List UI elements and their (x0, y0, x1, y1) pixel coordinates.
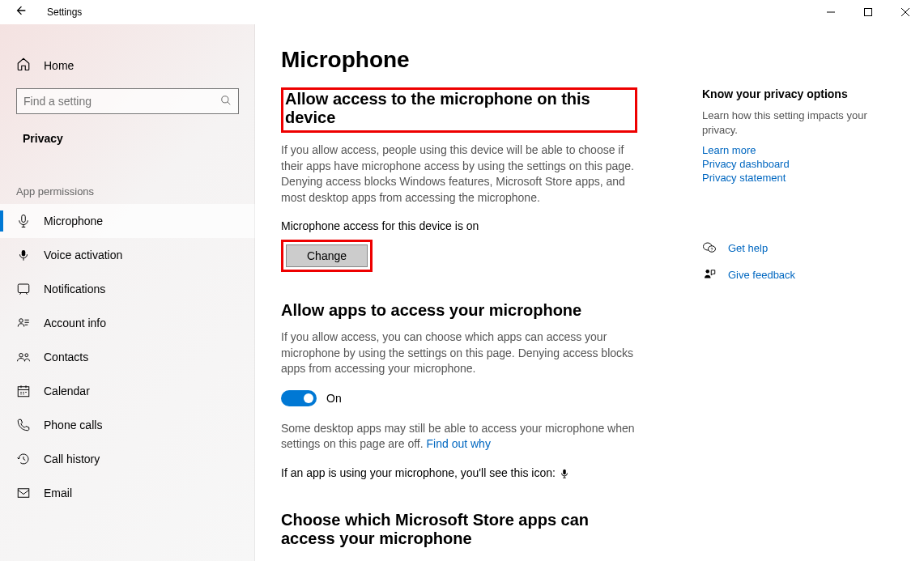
svg-text:?: ? (711, 247, 713, 252)
home-icon (16, 57, 31, 74)
svg-rect-14 (563, 470, 566, 474)
search-icon (220, 95, 232, 108)
voice-icon (16, 248, 31, 262)
svg-rect-12 (18, 387, 29, 397)
svg-rect-13 (18, 489, 29, 498)
svg-point-9 (19, 319, 23, 323)
notifications-icon (16, 282, 31, 296)
account-icon (16, 316, 31, 330)
phone-icon (16, 418, 31, 432)
search-input[interactable] (23, 95, 220, 108)
change-button[interactable]: Change (286, 244, 368, 267)
sidebar-home[interactable]: Home (0, 52, 255, 79)
sidebar-item-label: Voice activation (44, 249, 122, 261)
section-description: If you allow access, people using this d… (281, 142, 637, 206)
section-heading-device-access: Allow access to the microphone on this d… (281, 87, 637, 133)
window-title: Settings (47, 6, 82, 18)
svg-rect-6 (22, 215, 26, 223)
section-heading-store-apps: Choose which Microsoft Store apps can ac… (281, 511, 637, 548)
sidebar-item-label: Calendar (44, 385, 90, 397)
calendar-icon (16, 384, 31, 398)
sidebar-home-label: Home (44, 59, 74, 72)
close-button[interactable] (887, 0, 924, 24)
sidebar-item-email[interactable]: Email (0, 476, 255, 510)
svg-rect-1 (865, 9, 872, 16)
sidebar-item-label: Phone calls (44, 419, 102, 431)
feedback-icon (702, 267, 717, 284)
maximize-button[interactable] (849, 0, 887, 24)
get-help-link[interactable]: ? Get help (702, 240, 896, 257)
sidebar-item-call-history[interactable]: Call history (0, 442, 255, 476)
side-description: Learn how this setting impacts your priv… (702, 108, 896, 138)
help-icon: ? (702, 240, 717, 257)
sidebar-item-microphone[interactable]: Microphone (0, 204, 255, 238)
history-icon (16, 452, 31, 466)
search-box[interactable] (16, 88, 239, 114)
sidebar-item-label: Email (44, 487, 72, 499)
privacy-statement-link[interactable]: Privacy statement (702, 172, 896, 184)
svg-rect-8 (18, 284, 29, 293)
email-icon (16, 486, 31, 500)
sidebar-item-label: Call history (44, 453, 100, 465)
titlebar: Settings (0, 0, 924, 24)
privacy-dashboard-link[interactable]: Privacy dashboard (702, 158, 896, 170)
main-content: Microphone Allow access to the microphon… (255, 24, 924, 561)
sidebar-item-label: Notifications (44, 283, 105, 295)
side-heading: Know your privacy options (702, 87, 896, 100)
sidebar-item-calendar[interactable]: Calendar (0, 374, 255, 408)
learn-more-link[interactable]: Learn more (702, 144, 896, 156)
sidebar-item-label: Contacts (44, 351, 88, 363)
sidebar-item-voice-activation[interactable]: Voice activation (0, 238, 255, 272)
mic-in-use-note: If an app is using your microphone, you'… (281, 465, 637, 482)
svg-point-10 (19, 354, 23, 358)
sidebar-section: Privacy (0, 114, 255, 145)
give-feedback-link[interactable]: Give feedback (702, 267, 896, 284)
svg-point-11 (25, 354, 28, 357)
contacts-icon (16, 350, 31, 364)
svg-line-5 (228, 101, 231, 104)
access-status: Microphone access for this device is on (281, 219, 637, 235)
side-panel: Know your privacy options Learn how this… (702, 47, 896, 561)
sidebar-item-account-info[interactable]: Account info (0, 306, 255, 340)
section-heading-app-access: Allow apps to access your microphone (281, 301, 637, 320)
svg-rect-7 (22, 250, 26, 257)
sidebar-item-label: Microphone (44, 215, 103, 227)
svg-point-18 (706, 270, 710, 274)
toggle-app-access[interactable] (281, 390, 317, 406)
toggle-label: On (326, 392, 342, 405)
sidebar-item-phone-calls[interactable]: Phone calls (0, 408, 255, 442)
sidebar-item-notifications[interactable]: Notifications (0, 272, 255, 306)
sidebar-item-label: Account info (44, 317, 106, 329)
page-title: Microphone (281, 47, 637, 73)
section-description: If you allow access, you can choose whic… (281, 329, 637, 377)
desktop-apps-note: Some desktop apps may still be able to a… (281, 421, 637, 453)
find-out-why-link[interactable]: Find out why (427, 437, 491, 450)
microphone-icon (16, 214, 31, 228)
microphone-icon (559, 468, 570, 479)
back-button[interactable] (15, 4, 39, 20)
svg-point-4 (222, 96, 228, 102)
sidebar-group: App permissions (0, 145, 255, 204)
minimize-button[interactable] (812, 0, 849, 24)
sidebar-item-contacts[interactable]: Contacts (0, 340, 255, 374)
sidebar: Home Privacy App permissions Microphone … (0, 24, 255, 561)
